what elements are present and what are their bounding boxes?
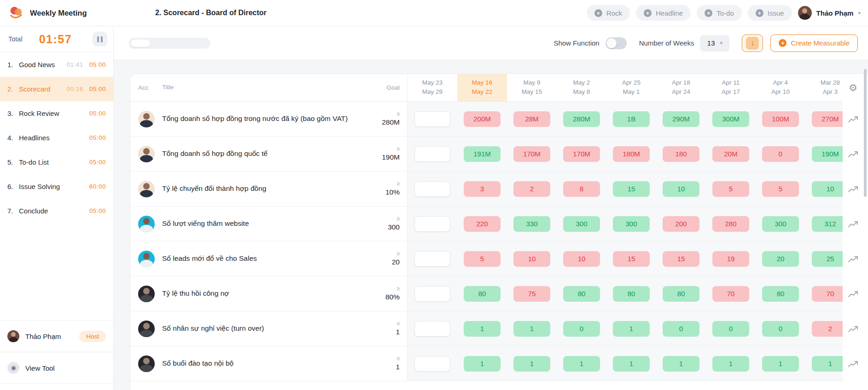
measurable-value-chip[interactable]: 200 bbox=[663, 216, 699, 232]
topbar-action-button[interactable]: + To-do bbox=[697, 5, 742, 21]
week-column-header[interactable]: May 9 May 15 bbox=[507, 74, 557, 101]
trend-icon-button[interactable] bbox=[843, 311, 868, 346]
measurable-value-chip[interactable]: 1 bbox=[613, 356, 650, 372]
period-tab[interactable] bbox=[131, 40, 150, 47]
measurable-value-chip[interactable]: 300 bbox=[563, 216, 600, 232]
measurable-value-chip[interactable]: 3 bbox=[464, 181, 501, 197]
value-input[interactable] bbox=[414, 251, 450, 267]
measurable-value-chip[interactable]: 1 bbox=[613, 321, 650, 337]
measurable-value-chip[interactable]: 0 bbox=[563, 321, 600, 337]
measurable-value-chip[interactable]: 0 bbox=[712, 321, 749, 337]
value-input[interactable] bbox=[414, 216, 450, 232]
measurable-value-chip[interactable]: 200M bbox=[464, 111, 501, 127]
topbar-action-button[interactable]: + Issue bbox=[748, 5, 792, 21]
week-column-header[interactable]: Apr 25 May 1 bbox=[606, 74, 656, 101]
period-tab[interactable] bbox=[150, 40, 169, 47]
measurable-value-chip[interactable]: 1 bbox=[513, 356, 550, 372]
show-function-toggle[interactable] bbox=[606, 37, 627, 49]
measurable-value-chip[interactable]: 5 bbox=[464, 251, 501, 267]
measurable-value-chip[interactable]: 180 bbox=[663, 146, 699, 162]
measurable-value-chip[interactable]: 1 bbox=[663, 356, 699, 372]
agenda-item[interactable]: 3. Rock Review 05:00 bbox=[0, 101, 113, 126]
measurable-value-chip[interactable]: 1 bbox=[762, 356, 799, 372]
measurable-value-chip[interactable]: 5 bbox=[712, 181, 749, 197]
measurable-value-chip[interactable]: 10 bbox=[663, 181, 699, 197]
value-input[interactable] bbox=[414, 181, 450, 197]
measurable-value-chip[interactable]: 2 bbox=[513, 181, 550, 197]
measurable-value-chip[interactable]: 10 bbox=[513, 251, 550, 267]
value-input[interactable] bbox=[414, 356, 450, 372]
measurable-value-chip[interactable]: 75 bbox=[513, 286, 550, 302]
pause-button[interactable] bbox=[93, 32, 107, 46]
measurable-value-chip[interactable]: 1 bbox=[712, 356, 749, 372]
measurable-value-chip[interactable]: 220 bbox=[464, 216, 501, 232]
measurable-value-chip[interactable]: 10 bbox=[563, 251, 600, 267]
measurable-value-chip[interactable]: 15 bbox=[613, 181, 650, 197]
value-input[interactable] bbox=[414, 146, 450, 162]
view-tool-row[interactable]: View Tool bbox=[0, 352, 113, 384]
measurable-value-chip[interactable]: 280M bbox=[563, 111, 600, 127]
measurable-value-chip[interactable]: 300 bbox=[613, 216, 650, 232]
measurable-value-chip[interactable]: 15 bbox=[663, 251, 699, 267]
week-column-header[interactable]: Apr 18 Apr 24 bbox=[656, 74, 706, 101]
measurable-value-chip[interactable]: 100M bbox=[762, 111, 799, 127]
measurable-value-chip[interactable]: 1 bbox=[563, 356, 600, 372]
measurable-value-chip[interactable]: 80 bbox=[613, 286, 650, 302]
measurable-value-chip[interactable]: 5 bbox=[762, 181, 799, 197]
measurable-value-chip[interactable]: 0 bbox=[663, 321, 699, 337]
value-input[interactable] bbox=[414, 286, 450, 302]
vertical-scrollbar[interactable] bbox=[864, 69, 867, 197]
trend-icon-button[interactable] bbox=[843, 241, 868, 276]
measurable-value-chip[interactable]: 280 bbox=[712, 216, 749, 232]
measurable-value-chip[interactable]: 191M bbox=[464, 146, 501, 162]
agenda-item[interactable]: 1. Good News 01:41 05:00 bbox=[0, 52, 113, 77]
agenda-item[interactable]: 2. Scorecard 00:16 05:00 bbox=[0, 77, 113, 101]
week-column-header[interactable]: May 16 May 22 bbox=[457, 74, 507, 101]
measurable-value-chip[interactable]: 80 bbox=[762, 286, 799, 302]
measurable-value-chip[interactable]: 1 bbox=[513, 321, 550, 337]
measurable-value-chip[interactable]: 290M bbox=[663, 111, 699, 127]
measurable-value-chip[interactable]: 300 bbox=[762, 216, 799, 232]
measurable-value-chip[interactable]: 170M bbox=[563, 146, 600, 162]
agenda-item[interactable]: 6. Issue Solving 60:00 bbox=[0, 174, 113, 199]
create-measurable-button[interactable]: + Create Measurable bbox=[770, 34, 858, 52]
measurable-value-chip[interactable]: 28M bbox=[513, 111, 550, 127]
trend-icon-button[interactable] bbox=[843, 346, 868, 381]
measurable-value-chip[interactable]: 1 bbox=[464, 356, 501, 372]
measurable-value-chip[interactable]: 0 bbox=[762, 146, 799, 162]
measurable-value-chip[interactable]: 8 bbox=[563, 181, 600, 197]
value-input[interactable] bbox=[414, 321, 450, 337]
weeks-select[interactable]: 13 ▾ bbox=[700, 35, 729, 52]
measurable-value-chip[interactable]: 300M bbox=[712, 111, 749, 127]
measurable-value-chip[interactable]: 15 bbox=[613, 251, 650, 267]
topbar-action-button[interactable]: + Headline bbox=[636, 5, 691, 21]
week-column-header[interactable]: Apr 4 Apr 10 bbox=[756, 74, 805, 101]
measurable-value-chip[interactable]: 80 bbox=[464, 286, 501, 302]
trend-icon-button[interactable] bbox=[843, 276, 868, 311]
measurable-value-chip[interactable]: 170M bbox=[513, 146, 550, 162]
period-tab[interactable] bbox=[189, 40, 208, 47]
measurable-value-chip[interactable]: 70 bbox=[712, 286, 749, 302]
week-column-header[interactable]: May 2 May 8 bbox=[557, 74, 606, 101]
measurable-value-chip[interactable]: 330 bbox=[513, 216, 550, 232]
period-tab[interactable] bbox=[169, 40, 189, 47]
measurable-value-chip[interactable]: 20M bbox=[712, 146, 749, 162]
measurable-value-chip[interactable]: 1 bbox=[464, 321, 501, 337]
agenda-item[interactable]: 4. Headlines 05:00 bbox=[0, 126, 113, 150]
week-column-header[interactable]: May 23 May 29 bbox=[408, 74, 457, 101]
measurable-value-chip[interactable]: 1B bbox=[613, 111, 650, 127]
measurable-value-chip[interactable]: 80 bbox=[563, 286, 600, 302]
topbar-action-button[interactable]: + Rock bbox=[587, 5, 630, 21]
agenda-item[interactable]: 7. Conclude 05:00 bbox=[0, 199, 113, 223]
measurable-value-chip[interactable]: 19 bbox=[712, 251, 749, 267]
user-menu[interactable]: Thảo Phạm ▾ bbox=[798, 6, 861, 20]
agenda-item[interactable]: 5. To-do List 05:00 bbox=[0, 150, 113, 174]
measurable-value-chip[interactable]: 20 bbox=[762, 251, 799, 267]
download-button[interactable]: ↓ bbox=[742, 34, 763, 52]
value-input[interactable] bbox=[414, 111, 450, 127]
week-column-header[interactable]: Apr 11 Apr 17 bbox=[706, 74, 756, 101]
measurable-value-chip[interactable]: 0 bbox=[762, 321, 799, 337]
measurable-value-chip[interactable]: 180M bbox=[613, 146, 650, 162]
measurable-value-chip[interactable]: 80 bbox=[663, 286, 699, 302]
trend-icon-button[interactable] bbox=[843, 206, 868, 241]
